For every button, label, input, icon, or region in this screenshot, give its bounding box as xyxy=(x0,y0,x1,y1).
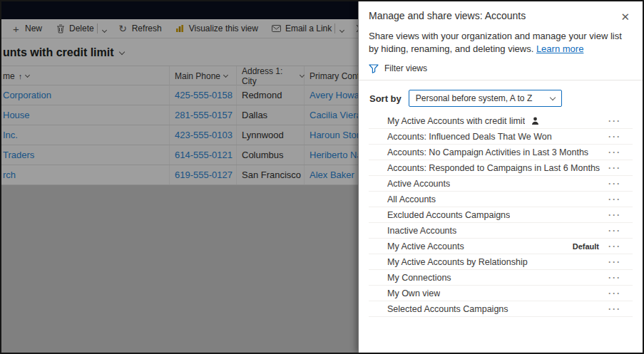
view-row[interactable]: Accounts: Influenced Deals That We Won ·… xyxy=(369,129,633,145)
more-options-button[interactable]: ··· xyxy=(608,179,621,188)
sort-by-row: Sort by Personal before system, A to Z xyxy=(369,90,633,107)
view-row[interactable]: My Connections ··· xyxy=(369,270,633,286)
learn-more-link[interactable]: Learn more xyxy=(536,43,583,54)
view-name: Accounts: Responded to Campaigns in Last… xyxy=(387,163,600,173)
person-icon xyxy=(531,117,539,125)
view-row[interactable]: Active Accounts ··· xyxy=(369,176,633,192)
view-row[interactable]: My Active Accounts with credit limit ··· xyxy=(369,113,633,129)
view-name: All Accounts xyxy=(387,194,436,204)
dynamics-accounts-screen: + New Delete ↻ Refresh Visualize this vi… xyxy=(0,0,644,354)
view-row[interactable]: All Accounts ··· xyxy=(369,192,633,207)
filter-views-label: Filter views xyxy=(384,63,427,73)
view-list: My Active Accounts with credit limit ···… xyxy=(369,113,633,317)
more-options-button[interactable]: ··· xyxy=(608,117,621,125)
view-name: My Active Accounts by Relationship xyxy=(387,257,528,267)
more-options-button[interactable]: ··· xyxy=(608,274,621,282)
sort-by-label: Sort by xyxy=(369,93,402,104)
view-row[interactable]: My Active Accounts Default ··· xyxy=(369,239,633,254)
more-options-button[interactable]: ··· xyxy=(608,242,621,251)
view-name: My Connections xyxy=(387,273,451,283)
more-options-button[interactable]: ··· xyxy=(608,195,621,204)
view-name: My Active Accounts xyxy=(387,241,464,251)
sort-by-dropdown[interactable]: Personal before system, A to Z xyxy=(409,90,562,107)
view-row[interactable]: My Active Accounts by Relationship ··· xyxy=(369,254,633,270)
chevron-down-icon xyxy=(550,94,556,100)
more-options-button[interactable]: ··· xyxy=(608,258,621,266)
filter-funnel-icon xyxy=(369,64,379,73)
view-name: My Active Accounts with credit limit xyxy=(387,116,525,126)
sort-by-value: Personal before system, A to Z xyxy=(416,93,532,103)
close-icon[interactable]: ✕ xyxy=(618,10,633,24)
view-name: My Own view xyxy=(387,288,440,298)
modal-dim-overlay xyxy=(1,1,358,353)
view-name: Inactive Accounts xyxy=(387,226,456,236)
view-row[interactable]: Excluded Accounts Campaigns ··· xyxy=(369,207,633,223)
view-row[interactable]: Accounts: Responded to Campaigns in Last… xyxy=(369,160,633,176)
more-options-button[interactable]: ··· xyxy=(608,164,621,172)
panel-description: Share views with your organization and m… xyxy=(369,30,633,56)
view-row[interactable]: Inactive Accounts ··· xyxy=(369,223,633,239)
more-options-button[interactable]: ··· xyxy=(608,227,621,235)
default-badge: Default xyxy=(573,242,599,251)
view-name: Selected Accounts Campaigns xyxy=(387,304,508,314)
more-options-button[interactable]: ··· xyxy=(608,289,621,298)
view-name: Accounts: No Campaign Activities in Last… xyxy=(387,147,588,157)
manage-views-panel: Manage and share views: Accounts ✕ Share… xyxy=(358,1,643,353)
more-options-button[interactable]: ··· xyxy=(608,211,621,219)
view-name: Active Accounts xyxy=(387,179,450,189)
view-name: Excluded Accounts Campaigns xyxy=(387,210,510,220)
view-row[interactable]: Accounts: No Campaign Activities in Last… xyxy=(369,145,633,160)
divider xyxy=(359,80,643,80)
view-name: Accounts: Influenced Deals That We Won xyxy=(387,132,552,142)
view-row[interactable]: My Own view ··· xyxy=(369,286,633,301)
view-row[interactable]: Selected Accounts Campaigns ··· xyxy=(369,301,633,317)
filter-views-button[interactable]: Filter views xyxy=(369,63,633,73)
more-options-button[interactable]: ··· xyxy=(608,148,621,157)
panel-title: Manage and share views: Accounts xyxy=(369,10,526,21)
more-options-button[interactable]: ··· xyxy=(608,132,621,141)
more-options-button[interactable]: ··· xyxy=(608,305,621,313)
